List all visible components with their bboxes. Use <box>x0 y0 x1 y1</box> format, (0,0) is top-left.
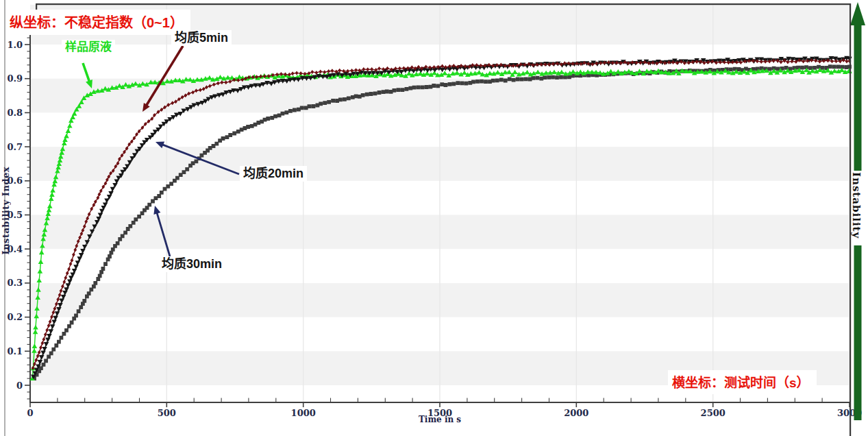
x-axis-title: Time in s <box>30 415 850 424</box>
curve-label-homogenized-30min: 均质30min <box>158 256 225 272</box>
curve-label-raw-sample: 样品原液 <box>62 40 115 55</box>
y-tick-label: 0 <box>16 380 23 391</box>
x-axis-note: 横坐标：测试时间（s） <box>668 370 817 394</box>
instability-arrow-shaft-lower <box>854 245 862 420</box>
y-tick-label: 0.1 <box>7 346 23 356</box>
slide: 00.10.20.30.40.50.60.70.80.91.0050010001… <box>0 0 868 436</box>
curve-label-homogenized-5min: 均质5min <box>171 30 232 46</box>
window-border-top <box>36 3 851 5</box>
window-border-top-left-stub <box>36 3 37 10</box>
y-tick-label: 0.7 <box>7 142 23 152</box>
y-tick-label: 0.2 <box>7 312 23 322</box>
y-tick-label: 0.8 <box>7 108 23 118</box>
y-axis-title: Instability Index <box>1 167 11 254</box>
y-tick-label: 0.3 <box>7 278 23 288</box>
instability-arrow-shaft-upper <box>854 25 862 171</box>
y-tick-label: 1.0 <box>7 40 23 50</box>
instability-arrow-head <box>850 2 865 25</box>
right-instability-arrow-label: Instability <box>850 172 863 245</box>
y-tick-label: 0.9 <box>7 73 23 84</box>
curve-label-homogenized-20min: 均质20min <box>240 166 307 182</box>
y-axis-note: 纵坐标：不稳定指数（0~1） <box>5 10 190 35</box>
